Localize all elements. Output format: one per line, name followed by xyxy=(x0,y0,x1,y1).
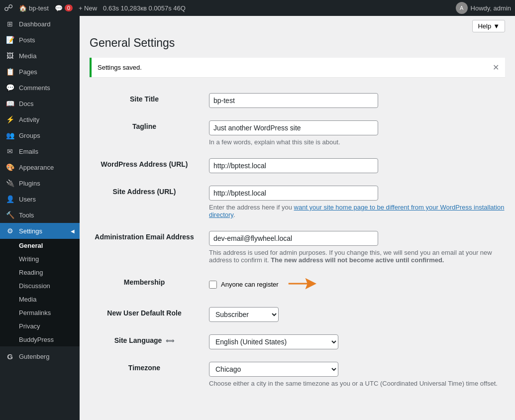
sidebar-item-activity[interactable]: ⚡ Activity xyxy=(0,111,80,127)
wp-address-row: WordPress Address (URL) xyxy=(90,152,505,180)
admin-email-input[interactable] xyxy=(209,231,378,246)
submenu-item-general[interactable]: General xyxy=(0,239,80,252)
settings-saved-notice: Settings saved. ✕ xyxy=(90,58,505,77)
content-area: Help ▼ General Settings Settings saved. … xyxy=(80,16,515,420)
users-icon: 👤 xyxy=(5,195,15,203)
comments-count[interactable]: 💬 0 xyxy=(55,4,73,12)
posts-icon: 📝 xyxy=(5,36,15,44)
wp-address-field xyxy=(209,152,505,180)
pages-icon: 📋 xyxy=(5,68,15,76)
tagline-label: Tagline xyxy=(90,114,209,152)
notice-close-button[interactable]: ✕ xyxy=(493,63,499,72)
timezone-field: Chicago New York Los Angeles London UTC … xyxy=(209,356,505,394)
sidebar-item-pages[interactable]: 📋 Pages xyxy=(0,64,80,80)
admin-bar-right: A Howdy, admin xyxy=(456,2,511,14)
submenu-item-privacy[interactable]: Privacy xyxy=(0,319,80,333)
tagline-field: In a few words, explain what this site i… xyxy=(209,114,505,152)
notice-text: Settings saved. xyxy=(98,64,142,71)
default-role-field: Subscriber Contributor Author Editor Adm… xyxy=(209,301,505,328)
site-title-row: Site Title xyxy=(90,87,505,114)
settings-submenu: General Writing Reading Discussion Media… xyxy=(0,239,80,346)
membership-label: Membership xyxy=(90,270,209,301)
membership-checkbox-label[interactable]: Anyone can register xyxy=(221,281,279,288)
default-role-label: New User Default Role xyxy=(90,301,209,328)
site-title-field xyxy=(209,87,505,114)
site-name[interactable]: 🏠 bp-test xyxy=(19,4,49,12)
help-bar: Help ▼ xyxy=(80,16,515,36)
main-layout: ⊞ Dashboard 📝 Posts 🖼 Media 📋 Pages 💬 Co… xyxy=(0,16,515,420)
submenu-item-discussion[interactable]: Discussion xyxy=(0,279,80,293)
sidebar-item-tools[interactable]: 🔨 Tools xyxy=(0,207,80,223)
perf-stats: 0.63s 10,283кв 0.0057s 46Q xyxy=(103,4,186,12)
sidebar-item-groups[interactable]: 👥 Groups xyxy=(0,127,80,143)
groups-icon: 👥 xyxy=(5,131,15,139)
settings-icon: ⚙ xyxy=(5,227,15,235)
timezone-row: Timezone Chicago New York Los Angeles Lo… xyxy=(90,356,505,394)
site-language-field: English (United States) English (UK) Fre… xyxy=(209,328,505,356)
sidebar-item-users[interactable]: 👤 Users xyxy=(0,191,80,207)
howdy-menu[interactable]: A Howdy, admin xyxy=(456,2,511,14)
sidebar-item-settings[interactable]: ⚙ Settings ◀ xyxy=(0,223,80,239)
admin-email-label: Administration Email Address xyxy=(90,225,209,270)
site-language-row: Site Language ⟺ English (United States) … xyxy=(90,328,505,356)
submenu-item-permalinks[interactable]: Permalinks xyxy=(0,306,80,319)
admin-email-hint: This address is used for admin purposes.… xyxy=(209,249,505,264)
membership-row: Membership Anyone can register xyxy=(90,270,505,301)
site-address-input[interactable] xyxy=(209,186,378,201)
timezone-hint: Choose either a city in the same timezon… xyxy=(209,380,505,387)
site-address-label: Site Address (URL) xyxy=(90,180,209,225)
sidebar-item-plugins[interactable]: 🔌 Plugins xyxy=(0,175,80,191)
wp-address-input[interactable] xyxy=(209,158,378,173)
plugins-icon: 🔌 xyxy=(5,179,15,187)
sidebar: ⊞ Dashboard 📝 Posts 🖼 Media 📋 Pages 💬 Co… xyxy=(0,16,80,420)
sidebar-item-posts[interactable]: 📝 Posts xyxy=(0,32,80,48)
sidebar-item-emails[interactable]: ✉ Emails xyxy=(0,143,80,159)
tagline-input[interactable] xyxy=(209,120,378,135)
sidebar-item-gutenberg[interactable]: G Gutenberg xyxy=(0,348,80,365)
admin-email-row: Administration Email Address This addres… xyxy=(90,225,505,270)
sidebar-item-comments[interactable]: 💬 Comments xyxy=(0,80,80,96)
tagline-hint: In a few words, explain what this site i… xyxy=(209,138,505,146)
site-address-hint: Enter the address here if you want your … xyxy=(209,204,505,218)
sidebar-item-docs[interactable]: 📖 Docs xyxy=(0,96,80,111)
membership-checkbox[interactable] xyxy=(209,281,217,289)
page-title: General Settings xyxy=(90,36,505,50)
wp-logo[interactable]: ☍ xyxy=(4,2,13,13)
site-address-field: Enter the address here if you want your … xyxy=(209,180,505,225)
appearance-icon: 🎨 xyxy=(5,163,15,171)
wp-address-label: WordPress Address (URL) xyxy=(90,152,209,180)
tagline-row: Tagline In a few words, explain what thi… xyxy=(90,114,505,152)
submenu-item-media[interactable]: Media xyxy=(0,293,80,306)
sidebar-item-appearance[interactable]: 🎨 Appearance xyxy=(0,159,80,175)
svg-marker-0 xyxy=(288,278,316,290)
site-language-select[interactable]: English (United States) English (UK) Fre… xyxy=(209,334,338,349)
sidebar-bottom: G Gutenberg xyxy=(0,348,80,365)
chevron-down-icon: ▼ xyxy=(493,22,500,30)
page-content: General Settings Settings saved. ✕ Site … xyxy=(80,36,515,404)
comments-icon: 💬 xyxy=(5,84,15,92)
translate-icon: ⟺ xyxy=(166,337,174,344)
admin-email-field: This address is used for admin purposes.… xyxy=(209,225,505,270)
sidebar-item-media[interactable]: 🖼 Media xyxy=(0,48,80,64)
media-icon: 🖼 xyxy=(5,52,15,60)
timezone-select[interactable]: Chicago New York Los Angeles London UTC xyxy=(209,362,338,377)
default-role-row: New User Default Role Subscriber Contrib… xyxy=(90,301,505,328)
submenu-item-reading[interactable]: Reading xyxy=(0,266,80,279)
new-content[interactable]: + New xyxy=(79,4,97,12)
avatar: A xyxy=(456,2,468,14)
membership-field: Anyone can register xyxy=(209,270,505,301)
settings-arrow-icon: ◀ xyxy=(71,228,75,234)
site-title-input[interactable] xyxy=(209,93,378,108)
site-title-label: Site Title xyxy=(90,87,209,114)
gutenberg-icon: G xyxy=(5,352,15,361)
emails-icon: ✉ xyxy=(5,147,15,155)
submenu-item-buddypress[interactable]: BuddyPress xyxy=(0,333,80,346)
activity-icon: ⚡ xyxy=(5,115,15,123)
default-role-select[interactable]: Subscriber Contributor Author Editor Adm… xyxy=(209,307,279,322)
sidebar-item-dashboard[interactable]: ⊞ Dashboard xyxy=(0,16,80,32)
dashboard-icon: ⊞ xyxy=(5,20,15,28)
timezone-label: Timezone xyxy=(90,356,209,394)
submenu-item-writing[interactable]: Writing xyxy=(0,252,80,266)
help-button[interactable]: Help ▼ xyxy=(472,20,505,32)
site-address-row: Site Address (URL) Enter the address her… xyxy=(90,180,505,225)
